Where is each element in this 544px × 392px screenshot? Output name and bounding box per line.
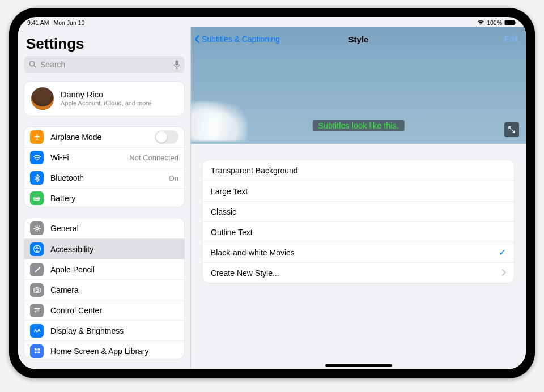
svg-line-3 — [34, 66, 36, 68]
svg-text:AA: AA — [33, 327, 40, 333]
sidebar-item-control-center[interactable]: Control Center — [24, 300, 184, 320]
svg-point-14 — [37, 309, 39, 311]
home-indicator[interactable] — [325, 364, 392, 367]
svg-rect-19 — [34, 352, 36, 354]
svg-point-13 — [35, 308, 37, 310]
svg-rect-4 — [176, 60, 178, 65]
style-option-classic[interactable]: Classic — [203, 201, 514, 221]
sidebar-item-camera[interactable]: Camera — [24, 279, 184, 300]
back-button[interactable]: Subtitles & Captioning — [194, 35, 280, 44]
sidebar-item-label: Apple Pencil — [50, 265, 178, 274]
sidebar-item-label: Camera — [50, 286, 178, 295]
page-title: Settings — [23, 34, 186, 56]
general-group: General Accessibility Apple Pencil — [24, 218, 185, 359]
create-new-style[interactable]: Create New Style... — [203, 262, 514, 283]
wifi-icon — [30, 151, 44, 164]
style-label: Large Text — [211, 187, 248, 196]
mic-icon[interactable] — [173, 60, 180, 69]
style-option-large[interactable]: Large Text — [203, 181, 514, 201]
sidebar-item-bluetooth[interactable]: Bluetooth On — [24, 168, 184, 188]
sidebar-item-wifi[interactable]: Wi-Fi Not Connected — [24, 147, 184, 168]
svg-rect-17 — [34, 348, 36, 351]
sidebar-item-label: Wi-Fi — [50, 153, 125, 162]
status-date: Mon Jun 10 — [54, 19, 85, 26]
back-label: Subtitles & Captioning — [202, 35, 280, 44]
checkmark-icon: ✓ — [499, 247, 506, 258]
airplane-icon — [30, 130, 44, 144]
search-input[interactable]: Search — [24, 56, 185, 73]
gear-icon — [30, 221, 44, 235]
subtitle-sample: Subtitles look like this. — [312, 120, 405, 131]
settings-sidebar: Settings Search Danny Rico — [18, 27, 191, 369]
svg-rect-6 — [40, 198, 40, 199]
battery-percent: 100% — [487, 19, 502, 26]
sidebar-item-label: Battery — [50, 194, 178, 203]
sidebar-item-general[interactable]: General — [24, 218, 184, 238]
svg-rect-20 — [37, 352, 40, 354]
sliders-icon — [30, 304, 44, 317]
pencil-icon — [30, 263, 44, 276]
style-label: Outline Text — [211, 228, 253, 237]
apps-grid-icon — [30, 344, 44, 358]
edit-button[interactable]: Edit — [504, 35, 518, 44]
bluetooth-icon — [30, 171, 44, 185]
chevron-right-icon — [502, 269, 506, 278]
style-label: Create New Style... — [211, 269, 279, 278]
svg-point-12 — [36, 289, 38, 291]
sidebar-item-airplane[interactable]: Airplane Mode — [24, 127, 184, 147]
profile-subtitle: Apple Account, iCloud, and more — [61, 100, 151, 106]
style-label: Classic — [211, 207, 236, 216]
detail-pane: Subtitles & Captioning Style Edit Subtit… — [191, 27, 526, 369]
search-icon — [28, 60, 37, 69]
wifi-status: Not Connected — [129, 154, 178, 162]
style-option-transparent[interactable]: Transparent Background — [203, 160, 514, 181]
styles-list: Transparent Background Large Text Classi… — [202, 160, 515, 283]
sidebar-item-home-screen[interactable]: Home Screen & App Library — [24, 340, 184, 359]
detail-title: Style — [348, 35, 369, 44]
sidebar-item-label: Airplane Mode — [50, 133, 155, 142]
battery-icon — [30, 191, 44, 205]
sidebar-item-label: Accessibility — [50, 245, 178, 254]
profile-name: Danny Rico — [61, 90, 151, 99]
sidebar-item-label: Control Center — [50, 306, 178, 315]
sidebar-item-battery[interactable]: Battery — [24, 188, 184, 208]
bluetooth-status: On — [169, 174, 178, 182]
style-option-bw[interactable]: Black-and-white Movies ✓ — [203, 242, 514, 262]
svg-point-2 — [29, 62, 34, 66]
svg-rect-7 — [35, 197, 39, 199]
connectivity-group: Airplane Mode Wi-Fi Not Connected — [24, 126, 185, 208]
airplane-toggle[interactable] — [155, 130, 178, 144]
sidebar-item-label: Home Screen & App Library — [50, 347, 178, 356]
expand-button[interactable] — [504, 122, 519, 137]
sidebar-item-label: General — [50, 224, 178, 233]
svg-rect-0 — [505, 20, 515, 25]
sidebar-item-label: Bluetooth — [50, 173, 164, 182]
avatar — [31, 87, 54, 110]
svg-point-8 — [36, 227, 38, 229]
sidebar-item-display[interactable]: AA Display & Brightness — [24, 320, 184, 340]
camera-icon — [30, 283, 44, 297]
style-label: Black-and-white Movies — [211, 248, 295, 257]
accessibility-icon — [30, 242, 44, 256]
brightness-icon: AA — [30, 324, 44, 338]
sidebar-item-label: Display & Brightness — [50, 326, 178, 335]
battery-icon — [504, 20, 517, 25]
sidebar-item-apple-pencil[interactable]: Apple Pencil — [24, 259, 184, 279]
svg-point-10 — [36, 246, 37, 248]
profile-card[interactable]: Danny Rico Apple Account, iCloud, and mo… — [24, 81, 185, 116]
svg-rect-1 — [516, 22, 517, 24]
svg-rect-18 — [37, 348, 40, 351]
search-placeholder: Search — [40, 60, 65, 69]
cloud-decoration — [191, 101, 248, 141]
style-option-outline[interactable]: Outline Text — [203, 221, 514, 242]
status-time: 9:41 AM — [27, 19, 49, 26]
status-bar: 9:41 AM Mon Jun 10 100% — [18, 17, 526, 27]
wifi-icon — [477, 20, 484, 25]
style-label: Transparent Background — [211, 166, 298, 175]
subtitle-preview: Subtitles & Captioning Style Edit Subtit… — [191, 27, 526, 144]
nav-bar: Subtitles & Captioning Style Edit — [191, 27, 526, 48]
svg-point-15 — [35, 311, 36, 313]
sidebar-item-accessibility[interactable]: Accessibility — [24, 238, 184, 259]
